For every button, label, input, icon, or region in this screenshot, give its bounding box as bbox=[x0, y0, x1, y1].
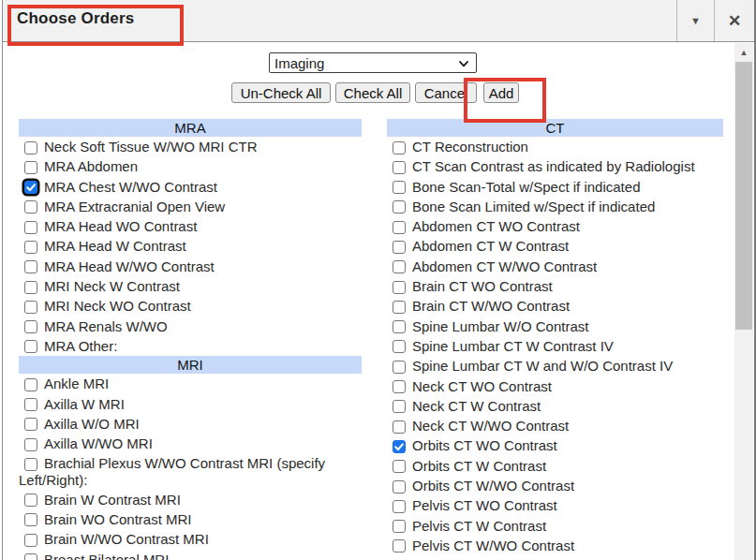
order-row[interactable]: Axilla W/O MRI bbox=[19, 414, 362, 434]
order-checkbox[interactable] bbox=[393, 460, 406, 473]
category-select[interactable]: Imaging bbox=[269, 52, 477, 73]
order-row[interactable]: Neck CT WO Contrast bbox=[387, 376, 723, 396]
order-row[interactable]: Bone Scan Limited w/Spect if indicated bbox=[387, 197, 723, 216]
order-checkbox[interactable] bbox=[24, 320, 37, 333]
order-checkbox[interactable] bbox=[24, 418, 37, 431]
order-row[interactable]: Abdomen CT W Contrast bbox=[387, 236, 723, 256]
order-row[interactable]: Pelvis CT W Contrast bbox=[387, 516, 723, 536]
order-checkbox[interactable] bbox=[24, 534, 37, 547]
order-checkbox[interactable] bbox=[393, 320, 406, 333]
checkmark-icon bbox=[393, 440, 406, 453]
section-header: MRA bbox=[19, 119, 362, 137]
order-row[interactable]: Neck Soft Tissue W/WO MRI CTR bbox=[19, 137, 362, 156]
order-row[interactable]: CT Reconstruction bbox=[387, 137, 723, 156]
order-checkbox[interactable] bbox=[393, 340, 406, 353]
order-checkbox[interactable] bbox=[393, 161, 406, 174]
order-row[interactable]: MRA Renals W/WO bbox=[19, 317, 362, 336]
order-checkbox[interactable] bbox=[393, 420, 406, 434]
order-row[interactable]: Brachial Plexus W/WO Contrast MRI (speci… bbox=[19, 453, 362, 489]
order-label: Neck CT WO Contrast bbox=[412, 378, 552, 394]
uncheck-all-button[interactable]: Un-Check All bbox=[231, 82, 331, 103]
order-checkbox[interactable] bbox=[24, 398, 37, 411]
order-label: MRA Head W/WO Contrast bbox=[44, 258, 215, 274]
order-checkbox[interactable] bbox=[393, 520, 406, 533]
order-checkbox[interactable] bbox=[24, 181, 37, 194]
order-row[interactable]: MRA Head W/WO Contrast bbox=[19, 257, 362, 276]
order-row[interactable]: MRA Abdomen bbox=[19, 156, 362, 176]
scrollbar-thumb[interactable] bbox=[735, 62, 752, 330]
order-checkbox[interactable] bbox=[393, 500, 406, 513]
order-checkbox[interactable] bbox=[393, 301, 406, 314]
order-row[interactable]: Spine Lumbar CT W Contrast IV bbox=[387, 336, 723, 356]
order-row[interactable]: MRA Head W Contrast bbox=[19, 236, 362, 256]
order-checkbox[interactable] bbox=[24, 200, 37, 214]
order-row[interactable]: MRA Extracranial Open View bbox=[19, 197, 362, 216]
order-checkbox[interactable] bbox=[24, 221, 37, 234]
order-row[interactable]: MRI Neck WO Contrast bbox=[19, 296, 362, 316]
check-all-button[interactable]: Check All bbox=[335, 82, 410, 103]
order-row[interactable]: Orbits CT W/WO Contrast bbox=[387, 476, 723, 495]
order-label: MRI Neck WO Contrast bbox=[44, 298, 191, 314]
order-checkbox[interactable] bbox=[393, 260, 406, 273]
order-checkbox[interactable] bbox=[24, 281, 37, 294]
order-checkbox[interactable] bbox=[393, 200, 406, 214]
order-checkbox[interactable] bbox=[24, 340, 37, 353]
order-label: Brain CT W/WO Contrast bbox=[412, 298, 570, 314]
order-row[interactable]: CT Scan Contrast as indicated by Radiolo… bbox=[387, 156, 723, 176]
order-row[interactable] bbox=[387, 555, 723, 560]
order-row[interactable]: Breast Bilateral MRI bbox=[19, 550, 362, 560]
order-checkbox[interactable] bbox=[393, 361, 406, 374]
order-row[interactable]: Neck CT W/WO Contrast bbox=[387, 416, 723, 435]
order-row[interactable]: MRA Head WO Contrast bbox=[19, 216, 362, 236]
order-checkbox[interactable] bbox=[24, 553, 37, 560]
order-checkbox[interactable] bbox=[24, 301, 37, 314]
order-checkbox[interactable] bbox=[24, 438, 37, 451]
order-row[interactable]: Ankle MRI bbox=[19, 374, 362, 393]
order-row[interactable]: Brain W/WO Contrast MRI bbox=[19, 529, 362, 549]
order-row[interactable]: Pelvis CT WO Contrast bbox=[387, 495, 723, 515]
order-row[interactable]: Bone Scan-Total w/Spect if indicated bbox=[387, 177, 723, 197]
order-row[interactable]: Neck CT W Contrast bbox=[387, 396, 723, 416]
order-row[interactable]: Axilla W/WO MRI bbox=[19, 434, 362, 453]
order-checkbox[interactable] bbox=[393, 539, 406, 553]
order-checkbox[interactable] bbox=[393, 181, 406, 194]
order-row[interactable]: Orbits CT WO Contrast bbox=[387, 435, 723, 455]
order-checkbox[interactable] bbox=[24, 241, 37, 254]
order-checkbox[interactable] bbox=[393, 400, 406, 413]
order-checkbox[interactable] bbox=[393, 221, 406, 234]
order-checkbox[interactable] bbox=[393, 440, 406, 453]
order-row[interactable]: Abdomen CT WO Contrast bbox=[387, 216, 723, 236]
order-checkbox[interactable] bbox=[24, 141, 37, 155]
vertical-scrollbar[interactable]: ▲ bbox=[734, 43, 753, 560]
window-menu-button[interactable]: ▼ bbox=[676, 0, 715, 41]
order-checkbox[interactable] bbox=[24, 260, 37, 273]
order-row[interactable]: MRA Other: bbox=[19, 336, 362, 356]
add-button[interactable]: Add bbox=[483, 82, 519, 103]
order-row[interactable]: Brain W Contrast MRI bbox=[19, 490, 362, 509]
order-row[interactable]: Brain WO Contrast MRI bbox=[19, 509, 362, 529]
order-checkbox[interactable] bbox=[393, 480, 406, 494]
cancel-button[interactable]: Cancel bbox=[415, 82, 477, 103]
order-checkbox[interactable] bbox=[24, 161, 37, 174]
order-row[interactable]: MRA Chest W/WO Contrast bbox=[19, 177, 362, 197]
order-row[interactable]: Axilla W MRI bbox=[19, 394, 362, 414]
close-button[interactable]: ✕ bbox=[715, 0, 754, 41]
order-checkbox[interactable] bbox=[393, 380, 406, 393]
order-row[interactable]: Pelvis CT W/WO Contrast bbox=[387, 536, 723, 555]
order-checkbox[interactable] bbox=[24, 378, 37, 391]
order-row[interactable]: Orbits CT W Contrast bbox=[387, 456, 723, 476]
order-checkbox[interactable] bbox=[24, 494, 37, 507]
order-row[interactable]: Abdomen CT W/WO Contrast bbox=[387, 257, 723, 276]
order-checkbox[interactable] bbox=[24, 458, 37, 471]
order-row[interactable]: Spine Lumbar CT W and W/O Contrast IV bbox=[387, 356, 723, 376]
order-checkbox[interactable] bbox=[393, 141, 406, 155]
order-label: Bone Scan-Total w/Spect if indicated bbox=[412, 179, 640, 195]
order-checkbox[interactable] bbox=[393, 281, 406, 294]
order-checkbox[interactable] bbox=[393, 241, 406, 254]
order-row[interactable]: MRI Neck W Contrast bbox=[19, 276, 362, 296]
order-checkbox[interactable] bbox=[24, 513, 37, 526]
scroll-up-arrow-icon[interactable]: ▲ bbox=[734, 43, 753, 62]
order-row[interactable]: Brain CT W/WO Contrast bbox=[387, 296, 723, 316]
order-row[interactable]: Spine Lumbar W/O Contrast bbox=[387, 317, 723, 336]
order-row[interactable]: Brain CT WO Contrast bbox=[387, 276, 723, 296]
